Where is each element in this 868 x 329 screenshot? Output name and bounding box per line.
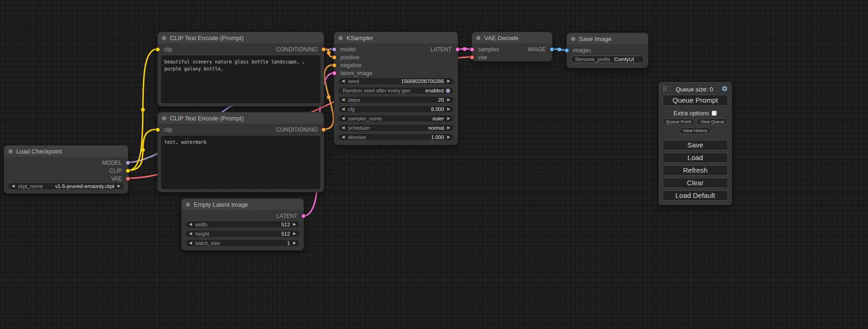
collapse-dot-icon[interactable] <box>162 36 166 40</box>
node-title-bar[interactable]: VAE Decode <box>472 32 552 43</box>
node-title: Save Image <box>579 35 611 42</box>
width-widget[interactable]: ◀ width 512 ▶ <box>185 221 300 228</box>
view-history-button[interactable]: View History <box>679 127 712 134</box>
widget-label: height <box>195 231 209 237</box>
increment-arrow-icon[interactable]: ▶ <box>118 184 120 188</box>
widget-value: 512 <box>281 231 289 237</box>
node-clip-text-encode-positive[interactable]: CLIP Text Encode (Prompt) clip CONDITION… <box>157 32 324 106</box>
save-button[interactable]: Save <box>663 140 728 150</box>
extra-options-label: Extra options <box>674 110 709 117</box>
node-empty-latent-image[interactable]: Empty Latent Image LATENT ◀ width 512 ▶ … <box>181 198 304 251</box>
collapse-dot-icon[interactable] <box>162 116 166 120</box>
increment-arrow-icon[interactable]: ▶ <box>447 79 450 83</box>
node-title-bar[interactable]: CLIP Text Encode (Prompt) <box>158 112 324 124</box>
clip-output-slot[interactable] <box>126 168 130 173</box>
clip-input-slot[interactable] <box>155 127 160 132</box>
increment-arrow-icon[interactable]: ▶ <box>447 135 450 139</box>
negative-prompt-textarea[interactable]: text, watermark <box>161 136 320 189</box>
output-label: VAE <box>111 175 122 182</box>
images-input-slot[interactable] <box>565 48 569 53</box>
collapse-dot-icon[interactable] <box>476 36 480 40</box>
increment-arrow-icon[interactable]: ▶ <box>447 107 450 111</box>
random-seed-toggle-widget[interactable]: Random seed after every gen enabled <box>338 87 454 94</box>
increment-arrow-icon[interactable]: ▶ <box>293 223 296 226</box>
height-widget[interactable]: ◀ height 512 ▶ <box>185 230 300 238</box>
extra-options-checkbox[interactable] <box>712 111 717 116</box>
latent-image-input-slot[interactable] <box>332 71 337 76</box>
load-default-button[interactable]: Load Default <box>663 190 728 201</box>
input-label: negative <box>340 62 361 69</box>
widget-value: v1-5-pruned-emaonly.ckpt <box>55 183 114 189</box>
model-input-slot[interactable] <box>332 47 337 52</box>
latent-output-slot[interactable] <box>301 214 306 218</box>
collapse-dot-icon[interactable] <box>186 203 190 207</box>
vae-input-slot[interactable] <box>470 55 474 60</box>
increment-arrow-icon[interactable]: ▶ <box>447 98 450 102</box>
node-title-bar[interactable]: Save Image <box>567 33 648 44</box>
settings-gear-icon[interactable] <box>721 85 728 93</box>
view-queue-button[interactable]: View Queue <box>697 118 728 125</box>
decrement-arrow-icon[interactable]: ◀ <box>189 232 192 236</box>
image-output-slot[interactable] <box>550 47 554 52</box>
conditioning-output-slot[interactable] <box>321 47 326 52</box>
seed-widget[interactable]: ◀ seed 156680208700286 ▶ <box>338 77 454 85</box>
node-save-image[interactable]: Save Image images filename_prefix ComfyU… <box>566 33 649 68</box>
input-label: clip <box>164 46 172 53</box>
node-title-bar[interactable]: Load Checkpoint <box>4 146 128 157</box>
queue-prompt-button[interactable]: Queue Prompt <box>663 95 728 106</box>
panel-drag-handle[interactable] <box>663 85 667 94</box>
denoise-widget[interactable]: ◀ denoise 1.000 ▶ <box>338 133 454 141</box>
collapse-dot-icon[interactable] <box>339 36 343 40</box>
filename-prefix-widget[interactable]: filename_prefix ComfyUI <box>571 56 644 63</box>
cfg-widget[interactable]: ◀ cfg 8.000 ▶ <box>338 105 454 113</box>
decrement-arrow-icon[interactable]: ◀ <box>342 98 345 102</box>
node-title-bar[interactable]: Empty Latent Image <box>182 199 303 210</box>
decrement-arrow-icon[interactable]: ◀ <box>342 79 345 83</box>
decrement-arrow-icon[interactable]: ◀ <box>342 107 345 111</box>
increment-arrow-icon[interactable]: ▶ <box>293 232 296 236</box>
node-vae-decode[interactable]: VAE Decode samples IMAGE vae <box>472 32 552 62</box>
queue-front-button[interactable]: Queue Front <box>663 118 695 125</box>
decrement-arrow-icon[interactable]: ◀ <box>12 184 14 188</box>
toggle-indicator-icon[interactable] <box>446 89 450 93</box>
clip-input-slot[interactable] <box>155 47 160 52</box>
latent-output-slot[interactable] <box>455 47 460 52</box>
load-button[interactable]: Load <box>663 153 728 163</box>
negative-input-slot[interactable] <box>332 63 337 68</box>
collapse-dot-icon[interactable] <box>571 37 575 41</box>
ckpt-name-widget[interactable]: ◀ ckpt_name v1-5-pruned-emaonly.ckpt ▶ <box>8 182 124 190</box>
queue-menu-panel[interactable]: Queue size: 0 Queue Prompt Extra options… <box>659 82 732 205</box>
positive-prompt-textarea[interactable]: beautiful scenery nature glass bottle la… <box>161 56 320 103</box>
decrement-arrow-icon[interactable]: ◀ <box>189 241 192 245</box>
conditioning-output-slot[interactable] <box>321 127 326 132</box>
decrement-arrow-icon[interactable]: ◀ <box>189 223 192 226</box>
steps-widget[interactable]: ◀ steps 20 ▶ <box>338 96 454 104</box>
decrement-arrow-icon[interactable]: ◀ <box>342 135 345 139</box>
increment-arrow-icon[interactable]: ▶ <box>447 126 450 130</box>
sampler-name-widget[interactable]: ◀ sampler_name euler ▶ <box>338 115 454 122</box>
widget-value: 1 <box>287 240 290 246</box>
refresh-button[interactable]: Refresh <box>663 165 728 175</box>
batch-size-widget[interactable]: ◀ batch_size 1 ▶ <box>185 239 300 247</box>
decrement-arrow-icon[interactable]: ◀ <box>342 126 345 130</box>
samples-input-slot[interactable] <box>470 47 474 52</box>
drag-dots-icon <box>663 85 667 92</box>
node-title-bar[interactable]: KSampler <box>334 32 458 43</box>
decrement-arrow-icon[interactable]: ◀ <box>342 117 345 120</box>
model-output-slot[interactable] <box>126 161 130 165</box>
node-title-bar[interactable]: CLIP Text Encode (Prompt) <box>158 32 324 43</box>
clear-button[interactable]: Clear <box>663 178 728 188</box>
wire-midpoint-dot <box>141 108 145 112</box>
collapse-dot-icon[interactable] <box>8 149 13 154</box>
node-clip-text-encode-negative[interactable]: CLIP Text Encode (Prompt) clip CONDITION… <box>157 112 324 192</box>
widget-label: batch_size <box>195 240 220 246</box>
comfyui-graph-canvas[interactable]: { "colors": { "model": "#B39DDB", "clip"… <box>0 0 868 329</box>
positive-input-slot[interactable] <box>332 55 337 60</box>
vae-output-slot[interactable] <box>126 176 130 181</box>
node-ksampler[interactable]: KSampler model LATENT positive negative … <box>334 32 458 145</box>
increment-arrow-icon[interactable]: ▶ <box>447 117 450 120</box>
node-load-checkpoint[interactable]: Load Checkpoint MODEL CLIP VAE ◀ ckpt_na… <box>4 145 128 194</box>
increment-arrow-icon[interactable]: ▶ <box>293 241 296 245</box>
scheduler-widget[interactable]: ◀ scheduler normal ▶ <box>338 124 454 132</box>
wire-midpoint-dot <box>557 48 561 51</box>
